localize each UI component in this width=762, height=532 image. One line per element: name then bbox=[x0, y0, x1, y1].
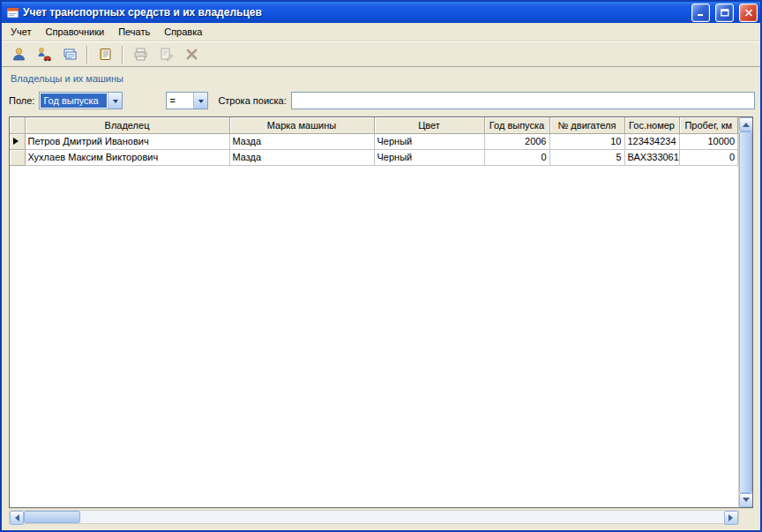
column-header-brand[interactable]: Марка машины bbox=[229, 117, 374, 133]
cell-owner[interactable]: Хухлаев Максим Викторович bbox=[25, 149, 229, 165]
arrow-right-icon bbox=[728, 514, 736, 521]
horizontal-scrollbar-row bbox=[9, 509, 753, 524]
menu-spravka[interactable]: Справка bbox=[157, 24, 209, 40]
cell-year[interactable]: 0 bbox=[484, 149, 549, 165]
operator-combobox[interactable]: = bbox=[166, 92, 208, 109]
menu-spravochniki[interactable]: Справочники bbox=[39, 24, 112, 40]
chevron-down-icon bbox=[198, 100, 204, 106]
chevron-down-icon bbox=[113, 100, 118, 106]
maximize-button[interactable] bbox=[715, 4, 734, 22]
cell-engine[interactable]: 10 bbox=[549, 133, 624, 149]
owners-list-icon[interactable] bbox=[58, 44, 81, 65]
arrow-up-icon bbox=[743, 119, 750, 127]
horizontal-scrollbar-track[interactable] bbox=[80, 511, 724, 523]
app-icon bbox=[5, 5, 19, 19]
cell-owner[interactable]: Петров Дмитрий Иванович bbox=[25, 133, 229, 149]
field-combobox-dropdown-button[interactable] bbox=[108, 93, 122, 109]
row-indicator-header bbox=[10, 117, 25, 133]
toolbar-separator bbox=[86, 46, 88, 64]
app-window: Учет транспортных средств и их владельце… bbox=[0, 0, 762, 532]
column-header-year[interactable]: Год выпуска bbox=[484, 117, 549, 133]
column-header-mileage[interactable]: Пробег, км bbox=[679, 117, 738, 133]
filter-panel: Поле: Год выпуска = Строка поиска: bbox=[9, 89, 755, 112]
cell-color[interactable]: Черный bbox=[374, 149, 484, 165]
search-input[interactable] bbox=[291, 92, 755, 109]
cell-brand[interactable]: Мазда bbox=[229, 133, 374, 149]
scrollbar-corner bbox=[739, 510, 753, 524]
column-header-color[interactable]: Цвет bbox=[374, 117, 484, 133]
vertical-scrollbar-thumb[interactable] bbox=[739, 131, 752, 493]
field-label: Поле: bbox=[9, 95, 34, 106]
column-header-engine[interactable]: № двигателя bbox=[549, 117, 624, 133]
menu-pechat[interactable]: Печать bbox=[111, 24, 157, 40]
menu-uchet[interactable]: Учет bbox=[4, 24, 39, 40]
scroll-right-button[interactable] bbox=[724, 511, 738, 525]
owner-car-icon[interactable] bbox=[33, 44, 56, 65]
grid-row[interactable]: Петров Дмитрий Иванович Мазда Черный 200… bbox=[10, 133, 738, 149]
titlebar: Учет транспортных средств и их владельце… bbox=[2, 2, 760, 23]
scroll-up-button[interactable] bbox=[739, 117, 753, 131]
directory-book-icon[interactable] bbox=[93, 44, 116, 65]
owner-icon[interactable] bbox=[7, 44, 30, 65]
current-row-indicator bbox=[10, 133, 25, 149]
cell-plate[interactable]: 123434234 bbox=[624, 133, 679, 149]
grid-header-row: Владелец Марка машины Цвет Год выпуска №… bbox=[10, 117, 738, 133]
field-combobox[interactable]: Год выпуска bbox=[39, 92, 123, 109]
cell-brand[interactable]: Мазда bbox=[229, 149, 374, 165]
cell-mileage[interactable]: 10000 bbox=[679, 133, 738, 149]
window-title: Учет транспортных средств и их владельце… bbox=[23, 6, 686, 19]
search-label: Строка поиска: bbox=[218, 95, 286, 106]
section-label: Владельцы и их машины bbox=[11, 73, 760, 86]
row-arrow-icon bbox=[13, 138, 22, 145]
menubar: Учет Справочники Печать Справка bbox=[2, 23, 760, 41]
delete-icon[interactable] bbox=[180, 44, 203, 65]
print-icon[interactable] bbox=[129, 44, 152, 65]
window-frame-bottom bbox=[2, 524, 760, 530]
grid-row[interactable]: Хухлаев Максим Викторович Мазда Черный 0… bbox=[10, 149, 738, 165]
close-button[interactable] bbox=[739, 4, 758, 22]
cell-mileage[interactable]: 0 bbox=[679, 149, 738, 165]
data-grid: Владелец Марка машины Цвет Год выпуска №… bbox=[9, 116, 753, 508]
cell-color[interactable]: Черный bbox=[374, 133, 484, 149]
horizontal-scrollbar-thumb[interactable] bbox=[24, 511, 80, 523]
toolbar bbox=[2, 41, 760, 67]
arrow-left-icon bbox=[11, 514, 19, 521]
field-combobox-value: Год выпуска bbox=[41, 94, 107, 108]
arrow-down-icon bbox=[743, 498, 750, 506]
column-header-owner[interactable]: Владелец bbox=[25, 117, 229, 133]
toolbar-separator bbox=[122, 46, 123, 64]
cell-engine[interactable]: 5 bbox=[549, 149, 624, 165]
minimize-button[interactable] bbox=[691, 4, 710, 22]
column-header-plate[interactable]: Гос.номер bbox=[624, 117, 679, 133]
operator-combobox-dropdown-button[interactable] bbox=[193, 93, 207, 109]
vertical-scrollbar[interactable] bbox=[738, 117, 752, 507]
client-area: Владельцы и их машины Поле: Год выпуска … bbox=[2, 67, 760, 530]
horizontal-scrollbar[interactable] bbox=[9, 510, 739, 524]
scroll-down-button[interactable] bbox=[739, 493, 753, 507]
edit-report-icon[interactable] bbox=[154, 44, 177, 65]
row-indicator bbox=[10, 149, 25, 165]
operator-combobox-value: = bbox=[167, 93, 193, 109]
cell-year[interactable]: 2006 bbox=[484, 133, 549, 149]
grid-body: Владелец Марка машины Цвет Год выпуска №… bbox=[10, 117, 738, 507]
scroll-left-button[interactable] bbox=[10, 511, 24, 525]
cell-plate[interactable]: ВАХ333061 bbox=[624, 149, 679, 165]
